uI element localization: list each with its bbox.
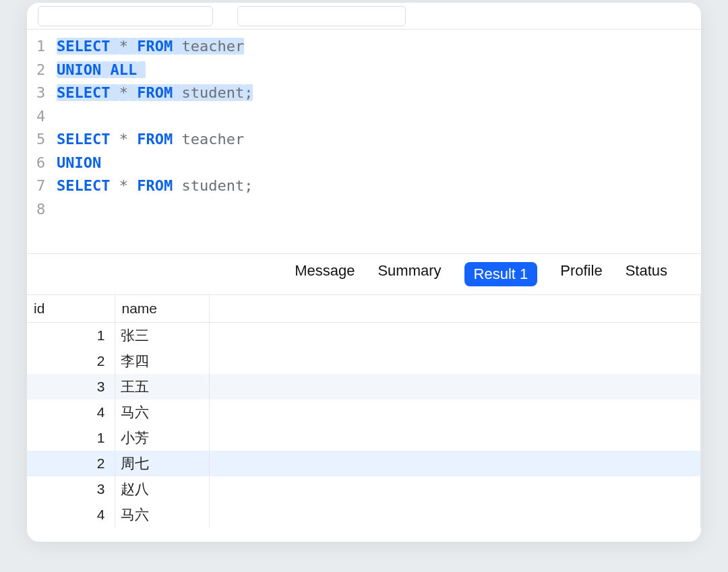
code-line[interactable] <box>57 105 701 129</box>
toolbar-selector-2[interactable] <box>237 6 406 26</box>
table-row[interactable]: 2周七 <box>27 451 701 476</box>
code-token <box>173 131 181 148</box>
gutter-line-number: 3 <box>36 82 57 105</box>
cell-empty <box>209 476 701 502</box>
code-token <box>128 84 137 101</box>
code-token: FROM <box>137 38 173 55</box>
code-token: FROM <box>137 177 173 194</box>
table-row[interactable]: 4马六 <box>27 502 701 528</box>
code-token <box>173 38 181 55</box>
app-window: 12345678 SELECT * FROM teacherUNION ALL … <box>27 3 701 542</box>
cell-empty <box>209 374 701 400</box>
top-toolbar <box>27 3 701 30</box>
column-header-id[interactable]: id <box>27 295 115 323</box>
tab-message[interactable]: Message <box>295 262 355 286</box>
code-token <box>101 61 110 78</box>
cell-empty <box>209 400 701 425</box>
code-line[interactable]: SELECT * FROM student; <box>57 174 701 198</box>
editor-gutter: 12345678 <box>27 35 57 221</box>
cell-name[interactable]: 周七 <box>115 451 209 476</box>
cell-name[interactable]: 小芳 <box>115 425 209 451</box>
table-row[interactable]: 3赵八 <box>27 476 701 502</box>
tab-profile[interactable]: Profile <box>560 262 602 286</box>
gutter-line-number: 8 <box>36 198 57 222</box>
code-token <box>110 177 119 194</box>
toolbar-selector-1[interactable] <box>38 6 213 26</box>
table-row[interactable]: 3王五 <box>27 374 701 400</box>
code-line[interactable] <box>57 198 701 222</box>
code-token <box>110 38 119 55</box>
code-token: teacher <box>181 38 244 55</box>
code-line[interactable]: SELECT * FROM teacher <box>57 128 701 152</box>
results-table: idname 1张三2李四3王五4马六1小芳2周七3赵八4马六 <box>27 295 701 528</box>
cell-name[interactable]: 马六 <box>115 400 209 425</box>
table-row[interactable]: 2李四 <box>27 348 701 374</box>
cell-empty <box>209 451 701 476</box>
cell-empty <box>209 425 701 451</box>
cell-name[interactable]: 张三 <box>115 323 209 349</box>
gutter-line-number: 6 <box>36 152 57 175</box>
results-body: 1张三2李四3王五4马六1小芳2周七3赵八4马六 <box>27 323 701 528</box>
cell-id[interactable]: 2 <box>27 348 115 374</box>
gutter-line-number: 5 <box>36 128 57 152</box>
code-token: * <box>119 177 128 194</box>
table-row[interactable]: 4马六 <box>27 400 701 425</box>
tab-status[interactable]: Status <box>626 262 667 286</box>
gutter-line-number: 4 <box>36 105 57 129</box>
cell-name[interactable]: 马六 <box>115 502 209 528</box>
cell-name[interactable]: 赵八 <box>115 476 209 502</box>
gutter-line-number: 7 <box>36 174 57 198</box>
column-header-blank <box>209 295 701 323</box>
cell-id[interactable]: 3 <box>27 374 115 400</box>
code-token <box>137 61 146 78</box>
code-token <box>110 84 119 101</box>
tab-result-1[interactable]: Result 1 <box>464 262 538 286</box>
code-token <box>128 131 137 148</box>
code-token: teacher <box>181 131 244 148</box>
cell-empty <box>209 502 701 528</box>
gutter-line-number: 1 <box>36 35 57 59</box>
code-token <box>128 38 137 55</box>
code-token: UNION <box>57 61 101 78</box>
cell-empty <box>209 323 701 349</box>
code-token: student <box>181 177 244 194</box>
cell-id[interactable]: 1 <box>27 425 115 451</box>
cell-id[interactable]: 4 <box>27 502 115 528</box>
cell-id[interactable]: 1 <box>27 323 115 349</box>
cell-id[interactable]: 3 <box>27 476 115 502</box>
table-row[interactable]: 1张三 <box>27 323 701 349</box>
code-line[interactable]: SELECT * FROM teacher <box>57 35 701 59</box>
code-token <box>128 177 137 194</box>
column-header-name[interactable]: name <box>115 295 209 323</box>
cell-empty <box>209 348 701 374</box>
code-token <box>173 177 181 194</box>
cell-id[interactable]: 2 <box>27 451 115 476</box>
code-token: SELECT <box>57 177 110 194</box>
tab-summary[interactable]: Summary <box>377 262 441 286</box>
results-header-row: idname <box>27 295 701 323</box>
cell-name[interactable]: 王五 <box>115 374 209 400</box>
code-token: SELECT <box>57 131 110 148</box>
cell-name[interactable]: 李四 <box>115 348 209 374</box>
code-token: UNION <box>57 154 101 171</box>
code-token: * <box>119 38 128 55</box>
code-token: SELECT <box>57 84 110 101</box>
code-token: ; <box>244 84 253 101</box>
code-token: FROM <box>137 131 173 148</box>
table-row[interactable]: 1小芳 <box>27 425 701 451</box>
code-token: SELECT <box>57 38 110 55</box>
result-panel-tabs: MessageSummaryResult 1ProfileStatus <box>27 254 701 295</box>
cell-id[interactable]: 4 <box>27 400 115 425</box>
code-line[interactable]: UNION ALL <box>57 59 701 82</box>
code-token: ; <box>244 177 253 194</box>
code-token <box>173 84 181 101</box>
code-token: student <box>181 84 244 101</box>
code-token: * <box>119 131 128 148</box>
code-line[interactable]: SELECT * FROM student; <box>57 82 701 105</box>
editor-code[interactable]: SELECT * FROM teacherUNION ALL SELECT * … <box>57 35 701 221</box>
code-token: * <box>119 84 128 101</box>
gutter-line-number: 2 <box>36 59 57 82</box>
sql-editor[interactable]: 12345678 SELECT * FROM teacherUNION ALL … <box>27 30 701 221</box>
code-token <box>110 131 119 148</box>
code-line[interactable]: UNION <box>57 152 701 175</box>
